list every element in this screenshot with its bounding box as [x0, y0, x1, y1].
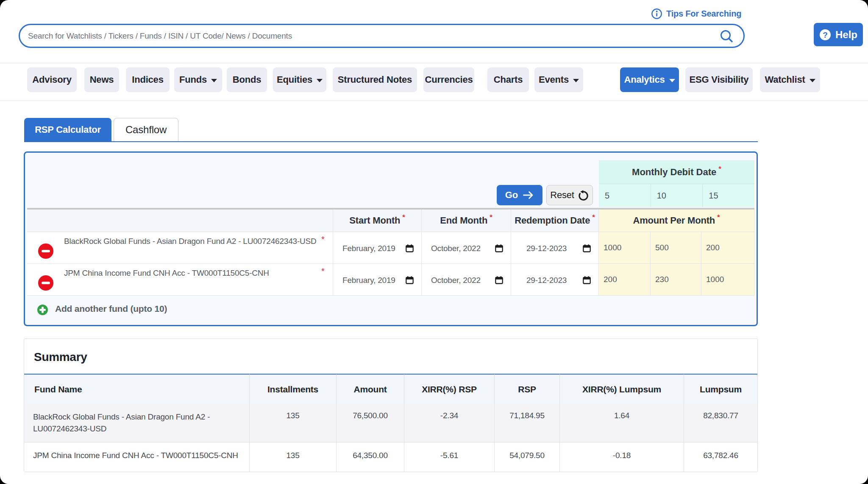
svg-text:?: ?	[823, 30, 828, 39]
